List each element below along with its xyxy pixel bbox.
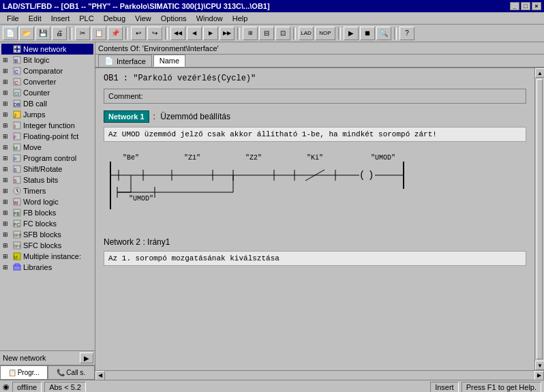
sidebar-item-move[interactable]: ⊞ M Move xyxy=(1,142,93,153)
menu-options[interactable]: Options xyxy=(157,14,191,23)
tb-btn3[interactable]: ▶ xyxy=(203,27,218,40)
menu-plc[interactable]: PLC xyxy=(75,14,97,23)
scroll-left-button[interactable]: ◀ xyxy=(95,371,105,380)
tb-btn7[interactable]: ⊡ xyxy=(275,27,290,40)
sidebar-tabs: 📋 Progr... 📞 Call s. xyxy=(0,365,95,380)
progr-label: Progr... xyxy=(18,369,40,376)
sidebar-item-comparator[interactable]: ⊞ C Comparator xyxy=(1,65,93,76)
multiple-instances-icon: M xyxy=(12,252,22,261)
sidebar-item-program-control[interactable]: ⊞ P Program control xyxy=(1,153,93,164)
menu-view[interactable]: View xyxy=(131,14,155,23)
menu-debug[interactable]: Debug xyxy=(100,14,130,23)
sidebar-item-db-call[interactable]: ⊞ DB DB call xyxy=(1,98,93,109)
network-1-label-text: Network 1 xyxy=(108,112,145,121)
svg-text:M: M xyxy=(14,146,18,151)
tb-paste[interactable]: 📌 xyxy=(108,27,123,40)
sidebar-item-fb-blocks[interactable]: ⊞ FB FB blocks xyxy=(1,207,93,218)
menu-help[interactable]: Help xyxy=(228,14,252,23)
tb-print[interactable]: 🖨 xyxy=(52,27,67,40)
menu-edit[interactable]: Edit xyxy=(25,14,46,23)
sidebar-item-jumps[interactable]: ⊞ J Jumps xyxy=(1,109,93,120)
tb-lad[interactable]: LAD xyxy=(299,27,314,40)
expand-move-icon: ⊞ xyxy=(3,144,12,151)
status-bits-icon: S xyxy=(12,175,22,185)
svg-text:"UMOD": "UMOD" xyxy=(129,195,153,202)
sidebar-item-multiple-instances[interactable]: ⊞ M Multiple instance: xyxy=(1,251,93,262)
tb-save[interactable]: 💾 xyxy=(35,27,50,40)
scroll-down-button[interactable]: ▼ xyxy=(535,361,544,370)
sidebar-item-libraries[interactable]: ⊞ Libraries xyxy=(1,262,93,273)
tb-help[interactable]: ? xyxy=(399,27,414,40)
tb-redo[interactable]: ↪ xyxy=(147,27,162,40)
comment-box: Comment: xyxy=(104,89,526,104)
network-1-header: Network 1 : Üzemmód beállítás xyxy=(104,110,526,123)
status-insert: Insert xyxy=(430,382,459,393)
menu-file[interactable]: File xyxy=(3,14,23,23)
network-2-section: Network 2 : Irány1 Az 1. sorompó mozgatá… xyxy=(104,237,526,266)
close-button[interactable]: × xyxy=(532,2,541,10)
shift-rotate-icon: S xyxy=(12,164,22,174)
tb-stop[interactable]: ⏹ xyxy=(360,27,375,40)
tab-name-label: Name xyxy=(160,57,179,65)
sidebar-item-sfc-blocks[interactable]: ⊞ SFC SFC blocks xyxy=(1,240,93,251)
sidebar-item-converter[interactable]: ⊞ C Converter xyxy=(1,76,93,87)
sidebar-item-integer-function[interactable]: ⊞ I Integer function xyxy=(1,120,93,131)
toolbar-sep5 xyxy=(293,27,296,40)
maximize-button[interactable]: □ xyxy=(521,2,530,10)
menu-insert[interactable]: Insert xyxy=(47,14,74,23)
comment-text: Comment: xyxy=(108,92,143,100)
sidebar-item-new-network[interactable]: New network xyxy=(1,44,93,55)
svg-text:C: C xyxy=(14,80,18,86)
timers-icon xyxy=(12,186,22,196)
sidebar-tab-calls[interactable]: 📞 Call s. xyxy=(48,365,95,380)
status-abs: Abs < 5.2 xyxy=(44,382,86,393)
tb-open[interactable]: 📂 xyxy=(19,27,34,40)
tb-stl[interactable]: NOP xyxy=(315,27,335,40)
sidebar-arrow-button[interactable]: ▶ xyxy=(80,352,93,363)
toolbar-sep2 xyxy=(125,27,128,40)
minimize-button[interactable]: _ xyxy=(510,2,519,10)
sidebar-item-counter[interactable]: ⊞ Ct Counter xyxy=(1,87,93,98)
tb-btn5[interactable]: ⊞ xyxy=(243,27,258,40)
tb-debug[interactable]: 🔍 xyxy=(376,27,391,40)
tb-btn6[interactable]: ⊟ xyxy=(259,27,274,40)
sidebar-libraries-label: Libraries xyxy=(23,263,52,271)
tb-copy[interactable]: 📋 xyxy=(91,27,106,40)
svg-text:M: M xyxy=(14,255,18,260)
sidebar-tab-progr[interactable]: 📋 Progr... xyxy=(0,365,48,380)
tb-new[interactable]: 📄 xyxy=(3,27,18,40)
tb-btn4[interactable]: ▶▶ xyxy=(220,27,235,40)
tb-btn2[interactable]: ◀ xyxy=(187,27,202,40)
expand-float-icon: ⊞ xyxy=(3,133,12,140)
sidebar-program-control-label: Program control xyxy=(23,154,76,162)
sidebar-item-floating-point[interactable]: ⊞ F Floating-point fct xyxy=(1,131,93,142)
sidebar-item-shift-rotate[interactable]: ⊞ S Shift/Rotate xyxy=(1,164,93,175)
sidebar-item-status-bits[interactable]: ⊞ S Status bits xyxy=(1,175,93,185)
diagram-scroll-container: OB1 : "Parkoló vezérlés(Cycle)" Comment:… xyxy=(95,68,544,370)
sidebar-item-bit-logic[interactable]: ⊞ B Bit logic xyxy=(1,55,93,65)
tab-interface[interactable]: 📄 Interface xyxy=(98,55,152,67)
sidebar-item-sfb-blocks[interactable]: ⊞ SFB SFB blocks xyxy=(1,229,93,240)
sidebar-word-logic-label: Word logic xyxy=(23,198,59,206)
tab-name[interactable]: Name xyxy=(153,55,185,67)
sidebar-item-fc-blocks[interactable]: ⊞ FC FC blocks xyxy=(1,218,93,229)
tb-run[interactable]: ▶ xyxy=(344,27,359,40)
scroll-thumb[interactable] xyxy=(537,79,543,359)
status-insert-text: Insert xyxy=(435,383,454,391)
sidebar-item-timers[interactable]: ⊞ Timers xyxy=(1,185,93,196)
menu-window[interactable]: Window xyxy=(192,14,227,23)
scroll-right-button[interactable]: ▶ xyxy=(534,371,544,380)
expand-word-logic-icon: ⊞ xyxy=(3,198,12,205)
scroll-up-button[interactable]: ▲ xyxy=(535,68,544,78)
scroll-h-track[interactable] xyxy=(105,371,534,380)
tb-btn1[interactable]: ◀◀ xyxy=(170,27,185,40)
status-abs-text: Abs < 5.2 xyxy=(49,383,81,391)
diagram-scroll-inner[interactable]: OB1 : "Parkoló vezérlés(Cycle)" Comment:… xyxy=(95,68,534,370)
sidebar-item-word-logic[interactable]: ⊞ W Word logic xyxy=(1,196,93,207)
word-logic-icon: W xyxy=(12,197,22,207)
sidebar-tree: New network ⊞ B Bit logic ⊞ C Comparator xyxy=(0,42,95,350)
tb-cut[interactable]: ✂ xyxy=(75,27,90,40)
tb-undo[interactable]: ↩ xyxy=(131,27,146,40)
expand-counter-icon: ⊞ xyxy=(3,89,12,96)
status-indicator: ◉ xyxy=(3,382,10,391)
